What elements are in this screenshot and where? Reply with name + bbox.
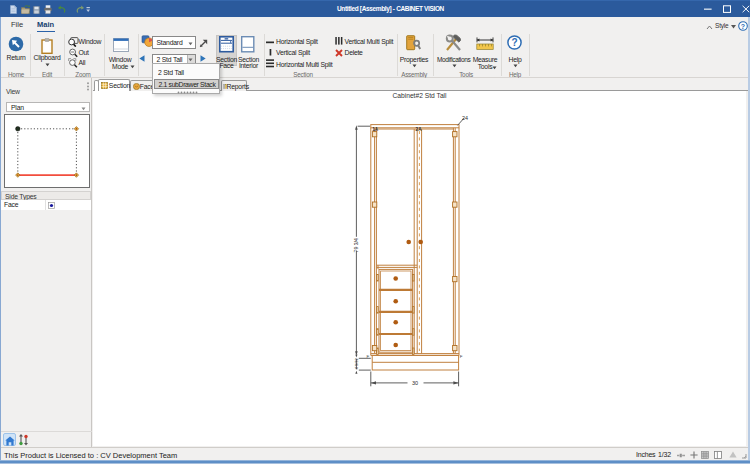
svg-text:2A: 2A — [416, 127, 423, 132]
svg-text:24: 24 — [462, 115, 468, 121]
svg-text:?: ? — [511, 37, 517, 48]
svg-text:Cabinet#2 Std Tall: Cabinet#2 Std Tall — [392, 92, 447, 99]
svg-text:F: F — [460, 354, 463, 359]
svg-text:4 9/32: 4 9/32 — [354, 357, 359, 369]
svg-text:79 3/4: 79 3/4 — [353, 238, 359, 253]
svg-text:F: F — [367, 354, 370, 359]
svg-text:?: ? — [741, 22, 745, 29]
svg-text:1A: 1A — [372, 127, 379, 132]
svg-text:30: 30 — [412, 380, 418, 386]
